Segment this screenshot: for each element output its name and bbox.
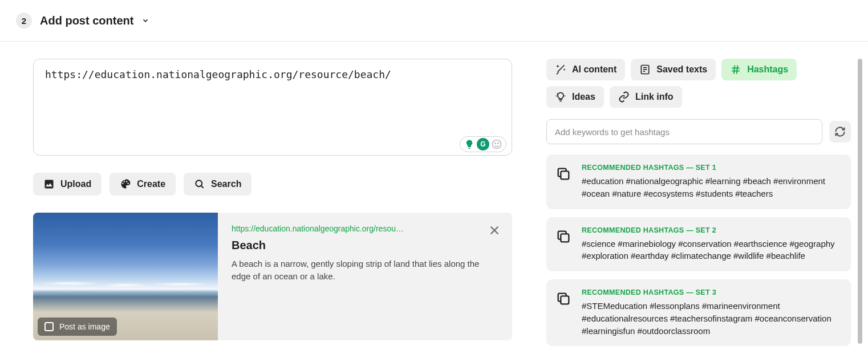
create-button[interactable]: Create xyxy=(109,173,176,196)
hashtag-set-title: RECOMMENDED HASHTAGS — SET 3 xyxy=(582,288,839,296)
hashtag-set[interactable]: RECOMMENDED HASHTAGS — SET 3 #STEMeducat… xyxy=(546,279,851,346)
step-number-badge: 2 xyxy=(16,13,32,29)
magic-wand-icon xyxy=(555,64,566,75)
copy-icon[interactable] xyxy=(555,291,571,307)
tab-link-info-label: Link info xyxy=(635,92,674,102)
svg-point-0 xyxy=(493,140,501,149)
search-button[interactable]: Search xyxy=(184,173,252,196)
tab-hashtags[interactable]: Hashtags xyxy=(721,59,797,80)
hashtag-keywords-input[interactable] xyxy=(546,119,822,144)
saved-texts-icon xyxy=(639,64,651,75)
refresh-icon xyxy=(834,126,846,137)
image-icon xyxy=(43,178,55,190)
post-as-image-label: Post as image xyxy=(59,322,110,331)
refresh-hashtags-button[interactable] xyxy=(829,121,851,143)
emoji-badge-icon[interactable] xyxy=(490,138,503,150)
hashtag-set-tags: #education #nationalgeographic #learning… xyxy=(582,175,839,200)
svg-point-1 xyxy=(495,143,496,144)
hashtag-set-title: RECOMMENDED HASHTAGS — SET 1 xyxy=(582,164,839,172)
checkbox-empty-icon xyxy=(44,322,54,331)
post-content-input[interactable] xyxy=(33,59,512,156)
link-preview-image: Post as image xyxy=(33,213,218,340)
tab-ideas[interactable]: Ideas xyxy=(546,86,604,108)
tab-ideas-label: Ideas xyxy=(572,92,595,102)
svg-line-17 xyxy=(557,93,558,94)
close-icon[interactable] xyxy=(488,224,501,237)
hashtag-set[interactable]: RECOMMENDED HASHTAGS — SET 2 #science #m… xyxy=(546,217,851,272)
hashtag-set-tags: #STEMeducation #lessonplans #marineenvir… xyxy=(582,300,839,337)
link-icon xyxy=(618,91,630,103)
svg-line-13 xyxy=(734,66,735,74)
tab-ai-content[interactable]: AI content xyxy=(546,59,625,80)
svg-line-4 xyxy=(201,186,204,188)
tab-ai-content-label: AI content xyxy=(572,64,616,75)
scrollbar[interactable] xyxy=(858,59,862,344)
upload-button[interactable]: Upload xyxy=(33,173,102,196)
create-label: Create xyxy=(137,179,165,189)
link-preview-card: Post as image https://education.national… xyxy=(33,213,512,340)
palette-icon xyxy=(120,178,131,190)
svg-line-14 xyxy=(737,66,738,74)
tab-saved-texts[interactable]: Saved texts xyxy=(631,59,716,80)
section-header: 2 Add post content xyxy=(0,0,868,42)
link-preview-description: A beach is a narrow, gently sloping stri… xyxy=(232,258,498,283)
post-as-image-toggle[interactable]: Post as image xyxy=(38,318,117,336)
lightbulb-badge-icon[interactable] xyxy=(463,138,476,150)
tab-hashtags-label: Hashtags xyxy=(747,64,788,75)
copy-icon[interactable] xyxy=(555,166,571,182)
svg-rect-18 xyxy=(561,171,569,179)
hashtag-sets-list: RECOMMENDED HASHTAGS — SET 1 #education … xyxy=(546,154,851,346)
tab-saved-texts-label: Saved texts xyxy=(656,64,707,75)
svg-rect-20 xyxy=(561,296,569,304)
grammarly-badge-icon[interactable]: G xyxy=(477,138,489,150)
link-preview-title: Beach xyxy=(232,239,498,252)
svg-point-2 xyxy=(498,143,499,144)
tab-link-info[interactable]: Link info xyxy=(610,86,682,108)
search-icon xyxy=(194,178,205,190)
hashtag-set[interactable]: RECOMMENDED HASHTAGS — SET 1 #education … xyxy=(546,154,851,209)
composer-assist-badges: G xyxy=(460,136,506,152)
hashtag-set-title: RECOMMENDED HASHTAGS — SET 2 xyxy=(582,226,839,234)
copy-icon[interactable] xyxy=(555,229,571,245)
svg-point-3 xyxy=(196,180,202,186)
search-label: Search xyxy=(211,179,241,189)
hashtag-set-tags: #science #marinebiology #conservation #e… xyxy=(582,238,839,263)
link-preview-url[interactable]: https://education.nationalgeographic.org… xyxy=(232,224,428,233)
svg-rect-19 xyxy=(561,234,569,242)
chevron-down-icon[interactable] xyxy=(141,17,149,25)
lightbulb-icon xyxy=(555,91,566,103)
upload-label: Upload xyxy=(60,179,91,189)
hashtag-icon xyxy=(730,64,741,75)
section-title: Add post content xyxy=(40,14,133,27)
